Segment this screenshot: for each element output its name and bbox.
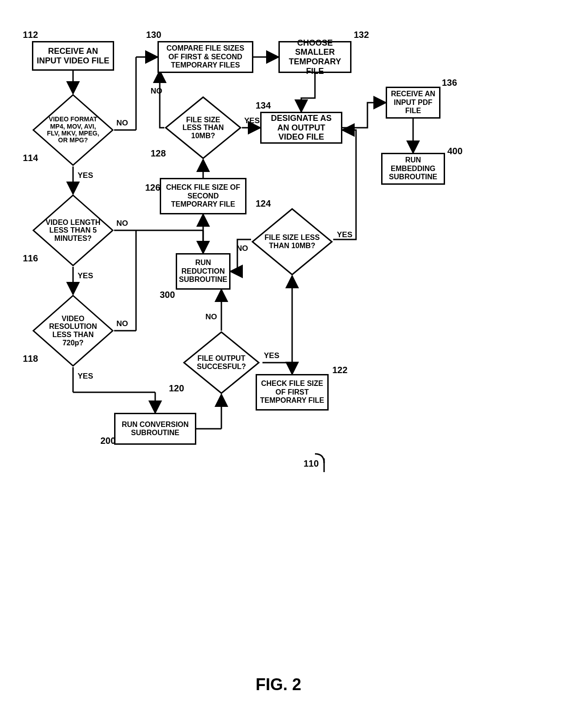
box-run-conversion: RUN CONVERSION SUBROUTINE [114, 413, 196, 445]
box-label: RUN REDUCTION SUBROUTINE [179, 259, 227, 284]
box-label: CHECK FILE SIZE OF SECOND TEMPORARY FILE [164, 183, 242, 208]
ref-114: 114 [23, 153, 38, 163]
diamond-label: VIDEO FORMAT MP4, MOV, AVI, FLV, MKV, MP… [45, 116, 101, 144]
ref-124: 124 [256, 198, 271, 209]
box-label: RECEIVE AN INPUT PDF FILE [390, 90, 436, 115]
diamond-output-success: FILE OUTPUT SUCCESFUL? [183, 331, 260, 395]
ref-122: 122 [332, 365, 347, 375]
box-label: COMPARE FILE SIZES OF FIRST & SECOND TEM… [162, 44, 249, 69]
edge-no: NO [116, 319, 128, 328]
edge-yes: YES [78, 372, 93, 381]
diamond-video-length: VIDEO LENGTH LESS THAN 5 MINUTES? [32, 194, 114, 267]
edge-yes: YES [264, 351, 279, 360]
edge-no: NO [205, 312, 217, 322]
box-label: RUN EMBEDDING SUBROUTINE [385, 156, 441, 181]
ref-120: 120 [169, 383, 184, 394]
box-run-reduction: RUN REDUCTION SUBROUTINE [176, 253, 231, 290]
diamond-size-128: FILE SIZE LESS THAN 10MB? [164, 96, 242, 160]
diamond-label: VIDEO RESOLUTION LESS THAN 720p? [45, 315, 101, 347]
diamond-label: FILE SIZE LESS THAN 10MB? [264, 234, 320, 250]
box-label: CHECK FILE SIZE OF FIRST TEMPORARY FILE [260, 380, 325, 405]
box-label: RUN CONVERSION SUBROUTINE [118, 421, 192, 437]
box-label: RECEIVE AN INPUT VIDEO FILE [36, 47, 110, 65]
ref-126: 126 [145, 182, 160, 193]
box-label: CHOOSE SMALLER TEMPORARY FILE [283, 38, 347, 76]
edge-yes: YES [337, 230, 352, 239]
ref-134: 134 [256, 100, 271, 111]
diamond-label: FILE SIZE LESS THAN 10MB? [177, 116, 229, 140]
edge-yes: YES [244, 116, 260, 125]
edge-no: NO [116, 119, 128, 128]
diamond-label: VIDEO LENGTH LESS THAN 5 MINUTES? [45, 218, 101, 243]
edge-yes: YES [78, 271, 93, 281]
diamond-video-format: VIDEO FORMAT MP4, MOV, AVI, FLV, MKV, MP… [32, 94, 114, 166]
ref-118: 118 [23, 354, 38, 364]
ref-116: 116 [23, 253, 38, 264]
page: FIG. 2 [0, 0, 566, 728]
ref-110: 110 [304, 458, 319, 469]
edge-yes: YES [78, 171, 93, 180]
box-check-first-temp: CHECK FILE SIZE OF FIRST TEMPORARY FILE [256, 374, 329, 411]
flowchart: RECEIVE AN INPUT VIDEO FILE 112 COMPARE … [23, 34, 434, 568]
box-run-embedding: RUN EMBEDDING SUBROUTINE [381, 153, 445, 185]
ref-300: 300 [160, 290, 175, 300]
ref-130: 130 [146, 30, 161, 40]
ref-128: 128 [151, 148, 166, 159]
figure-label: FIG. 2 [256, 675, 301, 694]
box-label: DESIGNATE AS AN OUTPUT VIDEO FILE [264, 114, 338, 142]
ref-400: 400 [447, 146, 462, 156]
ref-132: 132 [354, 30, 369, 40]
box-designate-output: DESIGNATE AS AN OUTPUT VIDEO FILE [260, 112, 342, 144]
edge-no: NO [236, 244, 248, 253]
diamond-video-resolution: VIDEO RESOLUTION LESS THAN 720p? [32, 294, 114, 367]
ref-136: 136 [442, 78, 457, 88]
ref-200: 200 [100, 436, 115, 446]
box-receive-pdf: RECEIVE AN INPUT PDF FILE [386, 87, 440, 119]
diamond-label: FILE OUTPUT SUCCESFUL? [195, 354, 247, 370]
box-receive-input-video: RECEIVE AN INPUT VIDEO FILE [32, 41, 114, 71]
box-check-second-temp: CHECK FILE SIZE OF SECOND TEMPORARY FILE [160, 178, 246, 214]
ref-112: 112 [23, 30, 38, 40]
box-choose-smaller: CHOOSE SMALLER TEMPORARY FILE [278, 41, 351, 73]
diamond-size-124: FILE SIZE LESS THAN 10MB? [251, 208, 333, 276]
edge-no: NO [151, 87, 162, 96]
edge-no: NO [116, 219, 128, 228]
box-compare-sizes: COMPARE FILE SIZES OF FIRST & SECOND TEM… [157, 41, 253, 73]
